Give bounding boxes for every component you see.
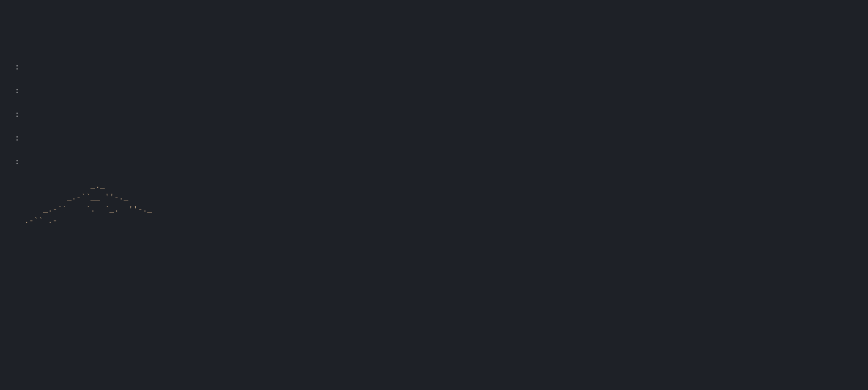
ascii-art: _._ _.-``__ ''-._ _.-`` `. `_. ''-._ .-`…	[15, 182, 204, 226]
log-line: :	[15, 157, 868, 169]
terminal-output[interactable]: : : : : : _._ _.-``__ ''-._ _.-`` `. `_.…	[15, 50, 868, 228]
log-line: :	[15, 133, 868, 145]
log-line: :	[15, 62, 868, 74]
log-line: :	[15, 109, 868, 122]
log-line: :	[15, 86, 868, 98]
